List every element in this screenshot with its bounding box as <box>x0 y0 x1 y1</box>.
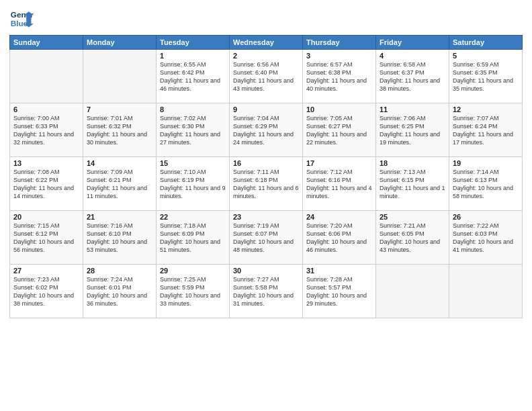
header-row: SundayMondayTuesdayWednesdayThursdayFrid… <box>10 36 523 50</box>
calendar-cell: 21Sunrise: 7:16 AM Sunset: 6:10 PM Dayli… <box>83 211 157 265</box>
week-row-3: 13Sunrise: 7:08 AM Sunset: 6:22 PM Dayli… <box>10 157 523 211</box>
day-detail: Sunrise: 7:02 AM Sunset: 6:30 PM Dayligh… <box>160 114 226 147</box>
calendar-cell: 22Sunrise: 7:18 AM Sunset: 6:09 PM Dayli… <box>157 211 230 265</box>
calendar-cell <box>449 265 523 318</box>
day-detail: Sunrise: 6:59 AM Sunset: 6:35 PM Dayligh… <box>453 60 519 93</box>
day-number: 12 <box>453 105 519 113</box>
week-row-4: 20Sunrise: 7:15 AM Sunset: 6:12 PM Dayli… <box>10 211 523 265</box>
day-header-saturday: Saturday <box>449 36 523 50</box>
calendar-cell <box>10 50 83 103</box>
week-row-2: 6Sunrise: 7:00 AM Sunset: 6:33 PM Daylig… <box>10 103 523 157</box>
day-number: 11 <box>380 105 445 113</box>
day-number: 8 <box>160 105 226 113</box>
day-detail: Sunrise: 7:18 AM Sunset: 6:09 PM Dayligh… <box>160 222 226 255</box>
day-number: 13 <box>13 159 79 167</box>
calendar-cell: 18Sunrise: 7:13 AM Sunset: 6:15 PM Dayli… <box>376 157 449 211</box>
calendar-cell: 24Sunrise: 7:20 AM Sunset: 6:06 PM Dayli… <box>303 211 376 265</box>
day-detail: Sunrise: 6:56 AM Sunset: 6:40 PM Dayligh… <box>233 60 299 93</box>
calendar-cell: 14Sunrise: 7:09 AM Sunset: 6:21 PM Dayli… <box>83 157 157 211</box>
calendar-cell: 4Sunrise: 6:58 AM Sunset: 6:37 PM Daylig… <box>376 50 449 103</box>
day-number: 2 <box>233 52 299 60</box>
svg-text:Blue: Blue <box>11 19 28 28</box>
day-header-wednesday: Wednesday <box>230 36 303 50</box>
day-number: 16 <box>233 159 299 167</box>
day-number: 20 <box>13 213 79 221</box>
day-detail: Sunrise: 7:12 AM Sunset: 6:16 PM Dayligh… <box>306 168 372 201</box>
day-number: 7 <box>87 105 152 113</box>
calendar-cell: 27Sunrise: 7:23 AM Sunset: 6:02 PM Dayli… <box>10 265 83 318</box>
day-detail: Sunrise: 6:58 AM Sunset: 6:37 PM Dayligh… <box>380 60 445 93</box>
day-detail: Sunrise: 7:22 AM Sunset: 6:03 PM Dayligh… <box>453 222 519 255</box>
day-detail: Sunrise: 7:23 AM Sunset: 6:02 PM Dayligh… <box>13 275 79 308</box>
calendar-cell: 19Sunrise: 7:14 AM Sunset: 6:13 PM Dayli… <box>449 157 523 211</box>
calendar-cell: 10Sunrise: 7:05 AM Sunset: 6:27 PM Dayli… <box>303 103 376 157</box>
day-number: 18 <box>380 159 445 167</box>
day-header-tuesday: Tuesday <box>157 36 230 50</box>
day-number: 27 <box>13 267 79 275</box>
day-header-thursday: Thursday <box>303 36 376 50</box>
calendar-cell: 11Sunrise: 7:06 AM Sunset: 6:25 PM Dayli… <box>376 103 449 157</box>
calendar-cell: 28Sunrise: 7:24 AM Sunset: 6:01 PM Dayli… <box>83 265 157 318</box>
calendar-cell: 16Sunrise: 7:11 AM Sunset: 6:18 PM Dayli… <box>230 157 303 211</box>
calendar-cell: 5Sunrise: 6:59 AM Sunset: 6:35 PM Daylig… <box>449 50 523 103</box>
calendar-cell: 23Sunrise: 7:19 AM Sunset: 6:07 PM Dayli… <box>230 211 303 265</box>
calendar-cell: 2Sunrise: 6:56 AM Sunset: 6:40 PM Daylig… <box>230 50 303 103</box>
calendar-cell: 26Sunrise: 7:22 AM Sunset: 6:03 PM Dayli… <box>449 211 523 265</box>
calendar-cell: 30Sunrise: 7:27 AM Sunset: 5:58 PM Dayli… <box>230 265 303 318</box>
day-detail: Sunrise: 7:20 AM Sunset: 6:06 PM Dayligh… <box>306 222 372 255</box>
day-header-monday: Monday <box>83 36 157 50</box>
calendar-cell: 17Sunrise: 7:12 AM Sunset: 6:16 PM Dayli… <box>303 157 376 211</box>
calendar-cell <box>83 50 157 103</box>
calendar-cell: 7Sunrise: 7:01 AM Sunset: 6:32 PM Daylig… <box>83 103 157 157</box>
day-number: 5 <box>453 52 519 60</box>
calendar-cell: 15Sunrise: 7:10 AM Sunset: 6:19 PM Dayli… <box>157 157 230 211</box>
day-detail: Sunrise: 7:05 AM Sunset: 6:27 PM Dayligh… <box>306 114 372 147</box>
day-detail: Sunrise: 7:01 AM Sunset: 6:32 PM Dayligh… <box>87 114 152 147</box>
calendar-cell: 31Sunrise: 7:28 AM Sunset: 5:57 PM Dayli… <box>303 265 376 318</box>
day-detail: Sunrise: 7:16 AM Sunset: 6:10 PM Dayligh… <box>87 222 152 255</box>
day-number: 3 <box>306 52 372 60</box>
day-detail: Sunrise: 7:06 AM Sunset: 6:25 PM Dayligh… <box>380 114 445 147</box>
day-detail: Sunrise: 7:04 AM Sunset: 6:29 PM Dayligh… <box>233 114 299 147</box>
day-detail: Sunrise: 7:07 AM Sunset: 6:24 PM Dayligh… <box>453 114 519 147</box>
logo: General Blue <box>9 7 34 31</box>
day-detail: Sunrise: 7:00 AM Sunset: 6:33 PM Dayligh… <box>13 114 79 147</box>
day-detail: Sunrise: 6:57 AM Sunset: 6:38 PM Dayligh… <box>306 60 372 93</box>
week-row-5: 27Sunrise: 7:23 AM Sunset: 6:02 PM Dayli… <box>10 265 523 318</box>
day-detail: Sunrise: 6:55 AM Sunset: 6:42 PM Dayligh… <box>160 60 226 93</box>
day-detail: Sunrise: 7:24 AM Sunset: 6:01 PM Dayligh… <box>87 275 152 308</box>
day-number: 31 <box>306 267 372 275</box>
calendar-cell: 13Sunrise: 7:08 AM Sunset: 6:22 PM Dayli… <box>10 157 83 211</box>
day-detail: Sunrise: 7:28 AM Sunset: 5:57 PM Dayligh… <box>306 275 372 308</box>
day-detail: Sunrise: 7:09 AM Sunset: 6:21 PM Dayligh… <box>87 168 152 201</box>
day-detail: Sunrise: 7:21 AM Sunset: 6:05 PM Dayligh… <box>380 222 445 255</box>
day-number: 14 <box>87 159 152 167</box>
calendar-cell: 25Sunrise: 7:21 AM Sunset: 6:05 PM Dayli… <box>376 211 449 265</box>
day-number: 21 <box>87 213 152 221</box>
day-header-sunday: Sunday <box>10 36 83 50</box>
calendar-table: SundayMondayTuesdayWednesdayThursdayFrid… <box>9 35 523 318</box>
day-number: 6 <box>13 105 79 113</box>
day-number: 22 <box>160 213 226 221</box>
week-row-1: 1Sunrise: 6:55 AM Sunset: 6:42 PM Daylig… <box>10 50 523 103</box>
calendar-cell: 6Sunrise: 7:00 AM Sunset: 6:33 PM Daylig… <box>10 103 83 157</box>
day-number: 17 <box>306 159 372 167</box>
day-number: 30 <box>233 267 299 275</box>
day-number: 23 <box>233 213 299 221</box>
day-detail: Sunrise: 7:13 AM Sunset: 6:15 PM Dayligh… <box>380 168 445 201</box>
calendar-cell: 1Sunrise: 6:55 AM Sunset: 6:42 PM Daylig… <box>157 50 230 103</box>
calendar-cell: 29Sunrise: 7:25 AM Sunset: 5:59 PM Dayli… <box>157 265 230 318</box>
calendar-cell: 8Sunrise: 7:02 AM Sunset: 6:30 PM Daylig… <box>157 103 230 157</box>
calendar-cell: 3Sunrise: 6:57 AM Sunset: 6:38 PM Daylig… <box>303 50 376 103</box>
calendar-cell: 20Sunrise: 7:15 AM Sunset: 6:12 PM Dayli… <box>10 211 83 265</box>
day-detail: Sunrise: 7:14 AM Sunset: 6:13 PM Dayligh… <box>453 168 519 201</box>
day-detail: Sunrise: 7:08 AM Sunset: 6:22 PM Dayligh… <box>13 168 79 201</box>
calendar-cell: 9Sunrise: 7:04 AM Sunset: 6:29 PM Daylig… <box>230 103 303 157</box>
day-number: 10 <box>306 105 372 113</box>
calendar-cell: 12Sunrise: 7:07 AM Sunset: 6:24 PM Dayli… <box>449 103 523 157</box>
day-number: 26 <box>453 213 519 221</box>
day-number: 25 <box>380 213 445 221</box>
day-detail: Sunrise: 7:19 AM Sunset: 6:07 PM Dayligh… <box>233 222 299 255</box>
logo-icon: General Blue <box>9 7 34 31</box>
page-container: General Blue SundayMondayTuesdayWednesda… <box>0 0 532 322</box>
